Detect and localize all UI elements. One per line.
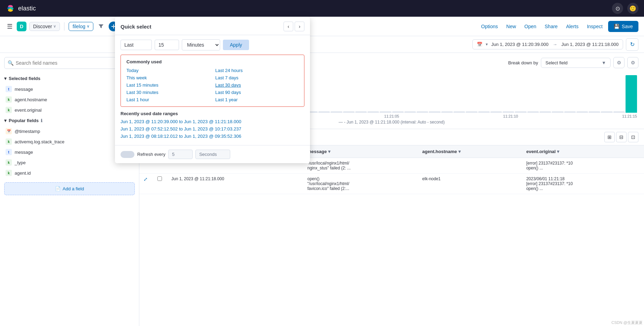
- field-type-badge: k: [6, 138, 12, 145]
- chart-bar: [331, 111, 342, 113]
- filter-button[interactable]: [96, 22, 106, 31]
- table-view-table-button[interactable]: ⊟: [616, 132, 627, 142]
- elastic-logo[interactable]: elastic: [6, 3, 36, 13]
- quick-select-next-button[interactable]: ›: [295, 22, 304, 31]
- original-cell: 2023/06/01 11:21:18[error] 23137#23137: …: [522, 174, 644, 194]
- chart-bar: [552, 111, 563, 113]
- chevron-down-icon: ▾: [4, 76, 7, 81]
- filter-icon: [98, 24, 104, 29]
- refresh-button[interactable]: ↻: [626, 38, 638, 51]
- link-today[interactable]: Today: [126, 68, 210, 73]
- chart-bar-tall: [626, 75, 637, 113]
- chart-bar: [343, 111, 355, 113]
- link-last-7d[interactable]: Last 7 days: [215, 75, 298, 80]
- expand-cell[interactable]: ⤢: [139, 174, 153, 194]
- chevron-down-icon: ▼: [602, 60, 606, 65]
- time-amount-input[interactable]: [155, 40, 179, 50]
- quick-select-header: Quick select ‹ ›: [115, 17, 310, 35]
- toolbar-divider-1: [64, 22, 64, 31]
- select-field-dropdown[interactable]: Select field ▼: [541, 58, 611, 68]
- chart-bar: [490, 111, 502, 113]
- expand-row-button[interactable]: ⤢: [143, 176, 148, 182]
- chart-bar: [613, 111, 625, 113]
- open-button[interactable]: Open: [522, 22, 539, 31]
- alerts-button[interactable]: Alerts: [563, 22, 581, 31]
- link-last-1h[interactable]: Last 1 hour: [126, 97, 210, 102]
- breakdown-settings-button[interactable]: ⚙: [627, 57, 638, 68]
- new-button[interactable]: New: [504, 22, 519, 31]
- field-type-badge: 📅: [6, 128, 12, 134]
- chart-bar: [515, 111, 526, 113]
- chart-bar: [441, 111, 453, 113]
- chart-bar: [466, 111, 477, 113]
- save-button[interactable]: 💾 Save: [608, 21, 638, 32]
- col-header-hostname[interactable]: agent.hostname ▾: [418, 145, 522, 158]
- field-type-badge: t: [6, 149, 12, 155]
- chart-bar: [564, 111, 576, 113]
- table-view-full-button[interactable]: ⊡: [628, 132, 638, 142]
- chart-bar: [540, 111, 551, 113]
- time-unit-select[interactable]: Minutes Seconds Hours Days Weeks: [182, 39, 220, 50]
- elastic-logo-icon: [6, 3, 15, 13]
- nav-icon-user[interactable]: 🙂: [627, 3, 638, 14]
- chart-bar: [527, 111, 539, 113]
- field-type-badge: k: [6, 170, 12, 176]
- index-pattern-selector[interactable]: filelog ∨: [69, 22, 93, 31]
- table-view-list-button[interactable]: ⊞: [604, 132, 615, 142]
- link-last-90d[interactable]: Last 90 days: [215, 90, 298, 95]
- nav-icon-notifications[interactable]: ⊙: [612, 3, 623, 14]
- hamburger-button[interactable]: ☰: [6, 21, 14, 32]
- svg-point-4: [8, 7, 9, 9]
- link-this-week[interactable]: This week: [126, 75, 210, 80]
- chart-bar: [429, 111, 440, 113]
- field-type-badge: k: [6, 107, 12, 113]
- add-field-icon: 📄: [55, 186, 61, 191]
- row-checkbox[interactable]: [157, 176, 162, 181]
- field-type-badge: t: [6, 86, 12, 92]
- app-badge: D: [17, 22, 26, 31]
- main-content: 🔍 ▾ Selected fields t message k agent.ho…: [0, 53, 644, 326]
- calendar-icon: 📅: [477, 42, 482, 47]
- refresh-value-input[interactable]: [168, 150, 193, 159]
- inspect-button[interactable]: Inspect: [584, 22, 605, 31]
- link-last-24h[interactable]: Last 24 hours: [215, 68, 298, 73]
- timestamp-cell: Jun 1, 2023 @ 11:21:18.000: [167, 174, 303, 194]
- link-last-30d[interactable]: Last 30 days: [215, 82, 298, 88]
- link-last-15m[interactable]: Last 15 minutes: [126, 82, 210, 88]
- chart-bar: [503, 111, 514, 113]
- refresh-unit-select[interactable]: Seconds: [195, 150, 230, 159]
- message-cell: open()"/usr/local/nginx1/html/favicon.ic…: [303, 174, 418, 194]
- app-name-button[interactable]: Discover ∨: [29, 22, 60, 31]
- quick-select-prev-button[interactable]: ‹: [284, 22, 293, 31]
- quick-select-modal: Quick select ‹ › Last Next Minutes Secon…: [115, 17, 310, 163]
- link-last-30m[interactable]: Last 30 minutes: [126, 90, 210, 95]
- hostname-cell: [418, 158, 522, 174]
- add-field-button[interactable]: 📄 Add a field: [4, 182, 135, 195]
- refresh-toggle[interactable]: [121, 151, 134, 158]
- field-item-agent-id[interactable]: k agent.id: [0, 168, 139, 178]
- chevron-down-icon: ▾: [4, 118, 7, 123]
- quick-select-nav: ‹ ›: [284, 22, 304, 31]
- watermark: CSDN @生夏夏夏: [610, 319, 644, 326]
- time-range-select[interactable]: Last Next: [121, 40, 152, 50]
- recent-range-1[interactable]: Jun 1, 2023 @ 11:20:39.000 to Jun 1, 202…: [121, 119, 304, 124]
- commonly-used-links: Today Last 24 hours This week Last 7 day…: [126, 68, 298, 102]
- recent-range-2[interactable]: Jun 1, 2023 @ 07:52:12.502 to Jun 1, 202…: [121, 126, 304, 132]
- chart-bar: [417, 111, 428, 113]
- recently-used-section: Recently used date ranges Jun 1, 2023 @ …: [115, 107, 310, 145]
- chart-bar: [380, 111, 391, 113]
- share-button[interactable]: Share: [542, 22, 560, 31]
- date-range-picker[interactable]: 📅 ▼ Jun 1, 2023 @ 11:20:39.000 → Jun 1, …: [472, 39, 623, 49]
- options-button[interactable]: Options: [478, 22, 501, 31]
- commonly-used-title: Commonly used: [126, 59, 298, 64]
- checkbox-cell[interactable]: [153, 174, 167, 194]
- col-header-message[interactable]: message ▾: [303, 145, 418, 158]
- chevron-down-icon: ▼: [485, 42, 489, 46]
- apply-button[interactable]: Apply: [223, 40, 249, 50]
- breakdown-edit-button[interactable]: ⚙: [613, 57, 624, 68]
- quick-select-controls: Last Next Minutes Seconds Hours Days Wee…: [115, 35, 310, 55]
- chart-bar: [404, 111, 416, 113]
- link-last-1y[interactable]: Last 1 year: [215, 97, 298, 102]
- recent-range-3[interactable]: Jun 1, 2023 @ 08:18:12.012 to Jun 1, 202…: [121, 134, 304, 139]
- col-header-original[interactable]: event.original ▾: [522, 145, 644, 158]
